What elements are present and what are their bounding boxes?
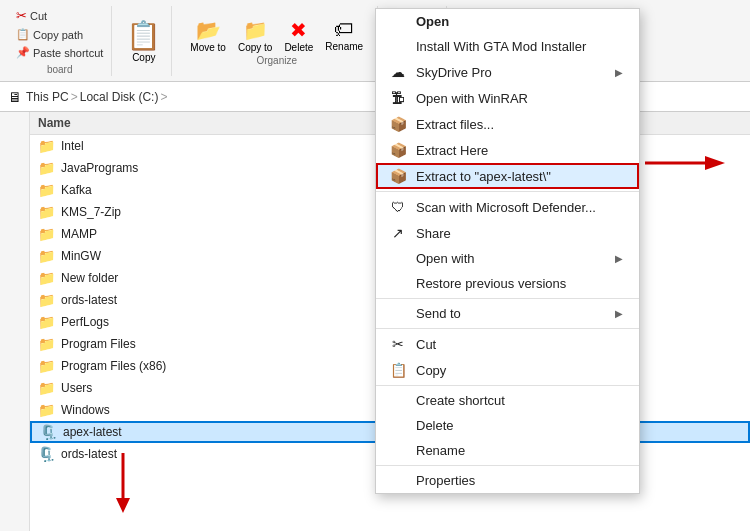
file-name: KMS_7-Zip <box>61 205 121 219</box>
context-menu-item-rename[interactable]: Rename <box>376 438 639 463</box>
context-menu-separator <box>376 191 639 192</box>
context-menu-item-extract-here[interactable]: 📦 Extract Here <box>376 137 639 163</box>
file-icon: 📁 <box>38 160 55 176</box>
file-name: JavaPrograms <box>61 161 138 175</box>
file-icon: 📁 <box>38 226 55 242</box>
file-name: Program Files <box>61 337 136 351</box>
delete-button[interactable]: ✖ Delete <box>280 16 317 55</box>
file-icon: 📁 <box>38 358 55 374</box>
context-menu-item-share[interactable]: ↗ Share <box>376 220 639 246</box>
organize-buttons-row: 📂 Move to 📁 Copy to ✖ Delete 🏷 Rename <box>186 16 367 55</box>
file-name: New folder <box>61 271 118 285</box>
context-menu-item-open-with[interactable]: Open with ▶ <box>376 246 639 271</box>
ctx-item-arrow-skydrive: ▶ <box>615 67 623 78</box>
context-menu-item-send-to[interactable]: Send to ▶ <box>376 301 639 326</box>
ctx-item-label-rename: Rename <box>416 443 623 458</box>
breadcrumb-sep1: > <box>71 90 78 104</box>
ctx-item-icon-cut: ✂ <box>388 336 408 352</box>
clipboard-label: board <box>12 64 107 75</box>
file-icon: 📁 <box>38 314 55 330</box>
organize-group: 📂 Move to 📁 Copy to ✖ Delete 🏷 Rename Or… <box>176 6 378 76</box>
ctx-item-label-open-with: Open with <box>416 251 615 266</box>
file-name: ords-latest <box>61 293 117 307</box>
file-name: apex-latest <box>63 425 122 439</box>
ctx-item-icon-extract-files: 📦 <box>388 116 408 132</box>
file-name: Windows <box>61 403 110 417</box>
paste-shortcut-button[interactable]: 📌 Paste shortcut <box>12 44 107 61</box>
file-name: MAMP <box>61 227 97 241</box>
file-name: Kafka <box>61 183 92 197</box>
ctx-item-label-extract-files: Extract files... <box>416 117 623 132</box>
context-menu-separator <box>376 298 639 299</box>
file-icon: 📁 <box>38 402 55 418</box>
file-icon: 📁 <box>38 292 55 308</box>
context-menu-item-restore[interactable]: Restore previous versions <box>376 271 639 296</box>
copy-path-button[interactable]: 📋 Copy path <box>12 26 107 43</box>
context-menu-separator <box>376 385 639 386</box>
file-icon: 📁 <box>38 336 55 352</box>
ctx-item-label-copy: Copy <box>416 363 623 378</box>
ctx-item-label-open: Open <box>416 14 623 29</box>
clipboard-group: ✂ Cut 📋 Copy path 📌 Paste shortcut board <box>8 6 112 76</box>
context-menu-separator <box>376 328 639 329</box>
ctx-item-label-skydrive: SkyDrive Pro <box>416 65 615 80</box>
context-menu-item-create-shortcut[interactable]: Create shortcut <box>376 388 639 413</box>
file-icon: 🗜️ <box>38 446 55 462</box>
ctx-item-icon-share: ↗ <box>388 225 408 241</box>
ctx-item-icon-extract-to: 📦 <box>388 168 408 184</box>
ctx-item-label-open-winrar: Open with WinRAR <box>416 91 623 106</box>
file-name: MinGW <box>61 249 101 263</box>
ctx-item-label-extract-to: Extract to "apex-latest\" <box>416 169 623 184</box>
copy-to-button[interactable]: 📁 Copy to <box>234 16 276 55</box>
context-menu-item-extract-to[interactable]: 📦 Extract to "apex-latest\" <box>376 163 639 189</box>
file-icon: 📁 <box>38 182 55 198</box>
breadcrumb-local-disk[interactable]: Local Disk (C:) <box>80 90 159 104</box>
breadcrumb-sep2: > <box>160 90 167 104</box>
ctx-item-icon-extract-here: 📦 <box>388 142 408 158</box>
file-name: Users <box>61 381 92 395</box>
file-icon: 🗜️ <box>40 424 57 440</box>
ctx-item-label-restore: Restore previous versions <box>416 276 623 291</box>
context-menu-item-copy[interactable]: 📋 Copy <box>376 357 639 383</box>
file-name: Intel <box>61 139 84 153</box>
move-to-button[interactable]: 📂 Move to <box>186 16 230 55</box>
rename-button[interactable]: 🏷 Rename <box>321 16 367 55</box>
file-icon: 📁 <box>38 204 55 220</box>
file-name: Program Files (x86) <box>61 359 166 373</box>
context-menu-item-delete[interactable]: Delete <box>376 413 639 438</box>
ctx-item-arrow-open-with: ▶ <box>615 253 623 264</box>
cut-button[interactable]: ✂ Cut <box>12 6 107 25</box>
ctx-item-label-properties: Properties <box>416 473 623 488</box>
ctx-item-icon-copy: 📋 <box>388 362 408 378</box>
ctx-item-arrow-send-to: ▶ <box>615 308 623 319</box>
context-menu-item-skydrive[interactable]: ☁ SkyDrive Pro ▶ <box>376 59 639 85</box>
context-menu-item-install-gta[interactable]: Install With GTA Mod Installer <box>376 34 639 59</box>
context-menu-item-properties[interactable]: Properties <box>376 468 639 493</box>
context-menu-item-scan-defender[interactable]: 🛡 Scan with Microsoft Defender... <box>376 194 639 220</box>
context-menu-item-extract-files[interactable]: 📦 Extract files... <box>376 111 639 137</box>
ctx-item-icon-open-winrar: 🗜 <box>388 90 408 106</box>
ctx-item-icon-scan-defender: 🛡 <box>388 199 408 215</box>
svg-marker-1 <box>705 156 725 170</box>
arrow-right-indicator <box>645 148 725 178</box>
file-icon: 📁 <box>38 270 55 286</box>
context-menu: Open Install With GTA Mod Installer ☁ Sk… <box>375 8 640 494</box>
ctx-item-label-scan-defender: Scan with Microsoft Defender... <box>416 200 623 215</box>
svg-marker-3 <box>116 498 130 513</box>
file-icon: 📁 <box>38 138 55 154</box>
context-menu-item-open[interactable]: Open <box>376 9 639 34</box>
file-icon: 📁 <box>38 380 55 396</box>
breadcrumb-this-pc[interactable]: This PC <box>26 90 69 104</box>
col-name-header[interactable]: Name <box>38 116 390 130</box>
sidebar <box>0 112 30 531</box>
context-menu-separator <box>376 465 639 466</box>
ctx-item-label-create-shortcut: Create shortcut <box>416 393 623 408</box>
copy-large-button[interactable]: 📋 Copy <box>116 6 172 76</box>
context-menu-item-cut[interactable]: ✂ Cut <box>376 331 639 357</box>
arrow-down-indicator <box>108 453 138 513</box>
file-name: PerfLogs <box>61 315 109 329</box>
breadcrumb: This PC > Local Disk (C:) > <box>26 90 167 104</box>
ctx-item-label-share: Share <box>416 226 623 241</box>
ctx-item-label-extract-here: Extract Here <box>416 143 623 158</box>
context-menu-item-open-winrar[interactable]: 🗜 Open with WinRAR <box>376 85 639 111</box>
